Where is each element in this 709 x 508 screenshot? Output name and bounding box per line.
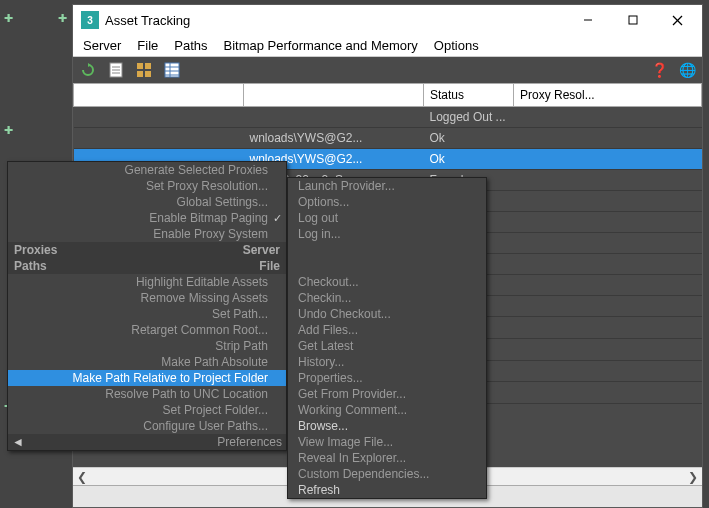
plus-icon: ✚ <box>4 124 13 137</box>
cell-proxy <box>514 212 702 233</box>
ctx-item[interactable]: Make Path Absolute <box>8 354 286 370</box>
col-path[interactable] <box>244 84 424 107</box>
cell-name <box>74 128 244 149</box>
cell-path: wnloads\YWS@G2... <box>244 128 424 149</box>
cell-proxy <box>514 296 702 317</box>
ctx-item[interactable]: Retarget Common Root... <box>8 322 286 338</box>
menubar: Server File Paths Bitmap Performance and… <box>73 35 702 57</box>
ctx-item[interactable]: Resolve Path to UNC Location <box>8 386 286 402</box>
ctx-item[interactable]: Remove Missing Assets <box>8 290 286 306</box>
table-icon[interactable] <box>163 61 181 79</box>
ctx-item[interactable]: Get Latest <box>288 338 486 354</box>
svg-rect-1 <box>629 16 637 24</box>
ctx-item[interactable]: History... <box>288 354 486 370</box>
ctx-item[interactable]: Enable Bitmap Paging✓ <box>8 210 286 226</box>
cell-proxy <box>514 191 702 212</box>
cell-proxy <box>514 254 702 275</box>
arrow-left-icon[interactable]: ◄ <box>12 435 24 449</box>
content-area: Status Proxy Resol... Logged Out ...wnlo… <box>73 83 702 507</box>
help-icon[interactable]: ❓ <box>650 61 668 79</box>
cell-status: Ok <box>424 128 514 149</box>
ctx-item[interactable]: View Image File... <box>288 434 486 450</box>
refresh-icon[interactable] <box>79 61 97 79</box>
cell-proxy <box>514 128 702 149</box>
context-submenu-file[interactable]: Launch Provider...Options...Log outLog i… <box>287 177 487 499</box>
cell-proxy <box>514 317 702 339</box>
ctx-item[interactable]: Checkin... <box>288 290 486 306</box>
cell-proxy <box>514 360 702 382</box>
maximize-button[interactable] <box>610 5 655 35</box>
ctx-item[interactable]: Strip Path <box>8 338 286 354</box>
ctx-nav-row[interactable]: ◄Preferences <box>8 434 286 450</box>
ctx-item[interactable]: Configure User Paths... <box>8 418 286 434</box>
table-row[interactable]: wnloads\YWS@G2...Ok <box>74 128 702 149</box>
window-title: Asset Tracking <box>105 13 190 28</box>
cell-proxy <box>514 275 702 296</box>
ctx-item[interactable]: Global Settings... <box>8 194 286 210</box>
menu-paths[interactable]: Paths <box>174 38 207 53</box>
cell-path <box>244 107 424 128</box>
svg-rect-8 <box>137 63 143 69</box>
cell-proxy <box>514 233 702 254</box>
svg-rect-9 <box>145 63 151 69</box>
ctx-header-paths: PathsFile <box>8 258 286 274</box>
menu-options[interactable]: Options <box>434 38 479 53</box>
grid-icon[interactable] <box>135 61 153 79</box>
scroll-right-icon[interactable]: ❯ <box>684 468 702 486</box>
asset-tracking-window: 3 Asset Tracking Server File Paths Bitma… <box>72 4 703 508</box>
ctx-item[interactable]: Set Path... <box>8 306 286 322</box>
ctx-item[interactable]: Reveal In Explorer... <box>288 450 486 466</box>
ctx-item[interactable]: Generate Selected Proxies <box>8 162 286 178</box>
ctx-item[interactable]: Properties... <box>288 370 486 386</box>
plus-icon: ✚ <box>58 12 67 25</box>
menu-file[interactable]: File <box>137 38 158 53</box>
col-name[interactable] <box>74 84 244 107</box>
col-status[interactable]: Status <box>424 84 514 107</box>
minimize-button[interactable] <box>565 5 610 35</box>
ctx-item[interactable]: Enable Proxy System <box>8 226 286 242</box>
ctx-item[interactable]: Add Files... <box>288 322 486 338</box>
ctx-item[interactable]: Undo Checkout... <box>288 306 486 322</box>
cell-proxy <box>514 107 702 128</box>
table-row[interactable]: Logged Out ... <box>74 107 702 128</box>
ctx-item[interactable]: Refresh <box>288 482 486 498</box>
props-icon[interactable] <box>107 61 125 79</box>
cell-status: Ok <box>424 149 514 170</box>
cell-proxy <box>514 382 702 404</box>
cell-status: Logged Out ... <box>424 107 514 128</box>
cell-proxy <box>514 338 702 360</box>
cell-name <box>74 107 244 128</box>
app-icon: 3 <box>81 11 99 29</box>
context-menu-paths[interactable]: Generate Selected ProxiesSet Proxy Resol… <box>7 161 287 451</box>
ctx-item[interactable]: Log in... <box>288 226 486 242</box>
scroll-left-icon[interactable]: ❮ <box>73 468 91 486</box>
menu-server[interactable]: Server <box>83 38 121 53</box>
ctx-item[interactable]: Custom Dependencies... <box>288 466 486 482</box>
toolbar: ❓ 🌐 <box>73 57 702 83</box>
ctx-item[interactable]: Browse... <box>288 418 486 434</box>
ctx-item[interactable]: Make Path Relative to Project Folder <box>8 370 286 386</box>
svg-rect-11 <box>145 71 151 77</box>
globe-help-icon[interactable]: 🌐 <box>678 61 696 79</box>
ctx-item[interactable]: Get From Provider... <box>288 386 486 402</box>
ctx-item[interactable]: Options... <box>288 194 486 210</box>
ctx-item[interactable]: Highlight Editable Assets <box>8 274 286 290</box>
close-button[interactable] <box>655 5 700 35</box>
check-icon: ✓ <box>273 210 282 226</box>
menu-bitmap[interactable]: Bitmap Performance and Memory <box>224 38 418 53</box>
cell-proxy <box>514 170 702 191</box>
ctx-item[interactable]: Set Proxy Resolution... <box>8 178 286 194</box>
table-header-row[interactable]: Status Proxy Resol... <box>74 84 702 107</box>
ctx-item[interactable]: Working Comment... <box>288 402 486 418</box>
plus-icon: ✚ <box>4 12 13 25</box>
ctx-item[interactable]: Log out <box>288 210 486 226</box>
col-proxy[interactable]: Proxy Resol... <box>514 84 702 107</box>
ctx-item[interactable]: Set Project Folder... <box>8 402 286 418</box>
cell-proxy <box>514 149 702 170</box>
ctx-item[interactable]: Checkout... <box>288 274 486 290</box>
svg-rect-10 <box>137 71 143 77</box>
ctx-item[interactable]: Launch Provider... <box>288 178 486 194</box>
ctx-header-proxies: ProxiesServer <box>8 242 286 258</box>
ctx-item-preferences[interactable]: Preferences <box>217 435 282 449</box>
titlebar[interactable]: 3 Asset Tracking <box>73 5 702 35</box>
